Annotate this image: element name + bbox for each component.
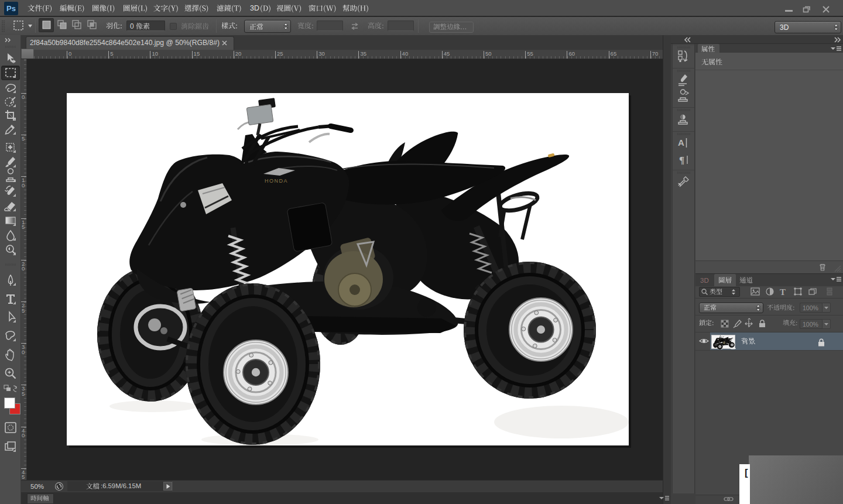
svg-text:HONDA: HONDA [265,178,288,184]
svg-text:A: A [678,138,684,148]
svg-text:¶: ¶ [679,155,684,166]
svg-text:T: T [780,287,786,297]
